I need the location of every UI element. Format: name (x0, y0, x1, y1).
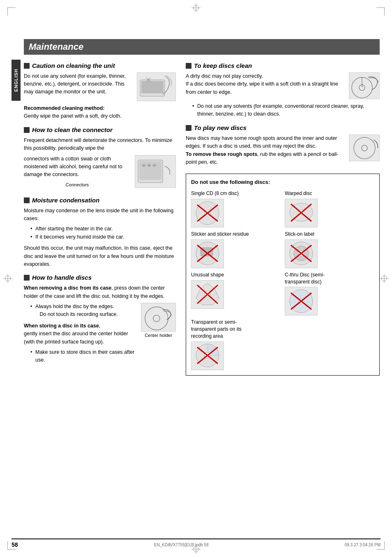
play-new-content: New discs may have some rough spots arou… (186, 135, 380, 167)
disc-img-stickon (285, 239, 318, 268)
svg-rect-7 (148, 164, 151, 167)
connector-title: How to clean the connector (32, 126, 113, 133)
disc-label-sticker: Sticker and sticker residue (191, 231, 249, 238)
disc-img-unusual (191, 280, 224, 309)
disc-item-warped: Warped disc (285, 190, 374, 227)
disc-img-warped (285, 199, 318, 227)
disc-item-sticker: Sticker and sticker residue (191, 231, 281, 268)
disc-label-unusual: Unusual shape (191, 272, 224, 278)
section-icon-play-new (186, 125, 191, 131)
disc-unusual-icon (192, 281, 223, 308)
keep-clean-image (349, 72, 380, 99)
corner-mark-tr (376, 7, 385, 16)
handle-illustration (142, 304, 175, 331)
disc-label-transparent: Transparent or semi-transparent parts on… (191, 319, 242, 339)
handle-title: How to handle discs (32, 274, 92, 281)
disc-img-transparent (191, 341, 224, 370)
caution-image (137, 72, 176, 101)
svg-rect-8 (153, 164, 156, 167)
play-new-heading: To play new discs (186, 124, 380, 131)
title-bar: Maintenance (24, 39, 380, 55)
moisture-heading: Moisture condensation (24, 197, 176, 204)
do-not-use-title: Do not use the following discs: (191, 179, 374, 185)
two-column-layout: Caution on cleaning the unit Do not use … (24, 62, 380, 376)
caution-content: Do not use any solvent (for example, thi… (24, 72, 176, 101)
caution-text: Do not use any solvent (for example, thi… (24, 72, 133, 101)
section-icon-keep-clean (186, 63, 191, 69)
connector-heading: How to clean the connector (24, 126, 176, 133)
handle-text1: When removing a disc from its case, pres… (24, 284, 176, 300)
page-number: 58 (12, 541, 18, 548)
svg-point-9 (145, 307, 168, 330)
connector-illustration (136, 156, 175, 187)
section-play-new: To play new discs New discs may have som… (186, 124, 380, 167)
reg-mark-right (380, 274, 389, 283)
moisture-text1: Moisture may condense on the lens inside… (24, 207, 176, 223)
keep-clean-bullets: Do not use any solvents (for example, co… (186, 102, 380, 118)
disc-transparent-icon (192, 342, 223, 369)
disc-img-sticker (191, 239, 224, 268)
svg-rect-6 (142, 164, 145, 167)
caution-illustration (138, 74, 175, 100)
connector-content: connectors with a cotton swab or cloth m… (24, 155, 176, 191)
right-column: To keep discs clean A dirty disc may not… (186, 62, 380, 376)
caution-heading: Caution on cleaning the unit (24, 62, 176, 69)
section-connector: How to clean the connector Frequent deta… (24, 126, 176, 191)
play-new-title: To play new discs (194, 124, 247, 131)
disc-label-stickon: Stick-on label (285, 231, 314, 238)
section-icon-caution (24, 63, 30, 69)
moisture-bullet-2: If it becomes very humid inside the car. (30, 233, 176, 241)
language-sidebar: ENGLISH (12, 60, 21, 101)
handle-bullet-1: Always hold the disc by the edges. Do no… (30, 303, 137, 319)
handle-image (141, 303, 176, 332)
handle-bullet-2: Make sure to store discs in their cases … (30, 348, 137, 364)
section-icon-handle (24, 275, 30, 281)
disc-label-cthru: C-thru Disc (semi-transparent disc) (285, 272, 325, 285)
disc-label-warped: Warped disc (285, 190, 312, 197)
left-column: Caution on cleaning the unit Do not use … (24, 62, 176, 376)
connector-text2: connectors with a cotton swab or cloth m… (24, 155, 131, 191)
disc-warped-icon (286, 200, 317, 227)
connector-text1: Frequent detachment will deteriorate the… (24, 137, 176, 153)
handle-heading: How to handle discs (24, 274, 176, 281)
reg-mark-top (191, 3, 201, 12)
caution-title: Caution on cleaning the unit (32, 62, 115, 69)
disc-item-cthru: C-thru Disc (semi-transparent disc) (285, 272, 374, 316)
play-new-illustration (350, 135, 379, 160)
section-icon-connector (24, 127, 30, 133)
section-caution: Caution on cleaning the unit Do not use … (24, 62, 176, 121)
disc-label-single-cd: Single CD (8 cm disc) (191, 190, 239, 197)
disc-item-single-cd: Single CD (8 cm disc) (191, 190, 281, 227)
keep-clean-heading: To keep discs clean (186, 62, 380, 69)
corner-mark-tl (7, 7, 16, 16)
section-moisture: Moisture condensation Moisture may conde… (24, 197, 176, 269)
disc-sticker-icon (192, 240, 223, 267)
page-title: Maintenance (29, 42, 375, 52)
disc-img-cthru (285, 287, 318, 316)
handle-img-wrap: Center holder (141, 303, 176, 368)
disc-item-transparent: Transparent or semi-transparent parts on… (191, 319, 281, 370)
moisture-title: Moisture condensation (32, 197, 99, 204)
page: ENGLISH Maintenance Caution on cleaning … (0, 0, 392, 557)
section-handle: How to handle discs When removing a disc… (24, 274, 176, 367)
footer-left: EN_KDAVX7755[EU]f.indb 58 (154, 543, 209, 547)
play-new-text: New discs may have some rough spots arou… (186, 135, 345, 167)
keep-clean-bullet-1: Do not use any solvents (for example, co… (192, 102, 380, 118)
keep-clean-illustration (350, 73, 379, 99)
language-label: ENGLISH (14, 69, 18, 92)
moisture-bullet-1: After starting the heater in the car. (30, 225, 176, 233)
keep-clean-text: A dirty disc may not play correctly. If … (186, 72, 345, 99)
do-not-use-box: Do not use the following discs: Single C… (186, 174, 380, 376)
svg-point-15 (362, 145, 367, 151)
section-keep-clean: To keep discs clean A dirty disc may not… (186, 62, 380, 118)
disc-item-stickon: Stick-on label (285, 231, 374, 268)
play-new-image (349, 135, 380, 161)
svg-point-10 (153, 315, 160, 322)
keep-clean-title: To keep discs clean (194, 62, 252, 69)
moisture-text2: Should this occur, the unit may malfunct… (24, 244, 176, 268)
svg-rect-5 (139, 161, 161, 180)
main-content: Maintenance Caution on cleaning the unit… (24, 39, 380, 534)
svg-rect-1 (141, 81, 164, 93)
section-icon-moisture (24, 197, 30, 203)
disc-img-single-cd (191, 199, 224, 227)
